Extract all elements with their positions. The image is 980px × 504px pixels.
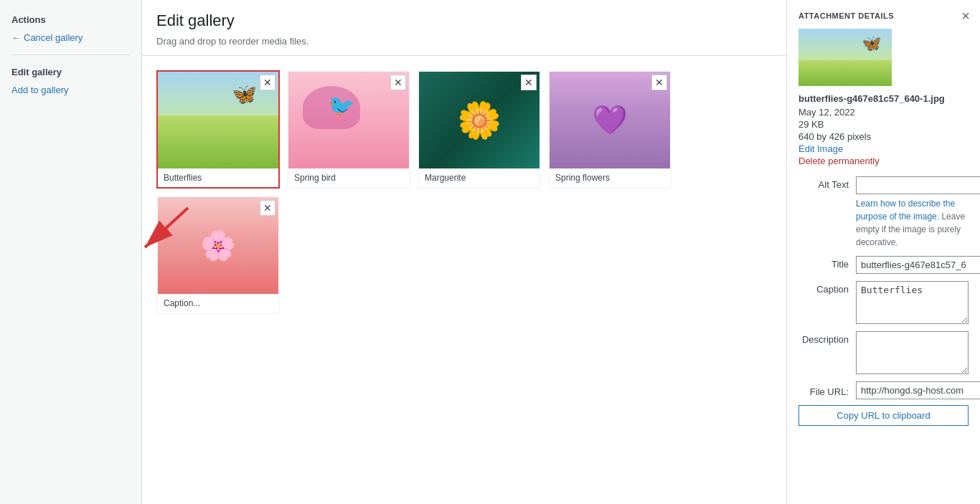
caption-row: Caption Butterflies <box>798 281 969 324</box>
last-caption-field[interactable] <box>158 294 278 313</box>
alt-text-input[interactable] <box>856 176 980 194</box>
title-row: Title <box>798 256 969 274</box>
attachment-panel: ATTACHMENT DETAILS butterflies-g467e81c5… <box>786 0 980 504</box>
gallery-item-butterflies[interactable]: ✕ <box>156 70 280 189</box>
alt-text-label: Alt Text <box>798 176 856 190</box>
attachment-size: 29 KB <box>798 119 969 130</box>
arrow-left-icon: ← <box>11 32 21 43</box>
spring-bird-caption-field[interactable] <box>288 168 409 187</box>
attachment-filename: butterflies-g467e81c57_640-1.jpg <box>798 93 969 104</box>
spring-flowers-caption-field[interactable] <box>550 168 670 187</box>
copy-url-button[interactable]: Copy URL to clipboard <box>798 405 969 426</box>
gallery-item-spring-bird[interactable]: ✕ <box>287 70 410 189</box>
remove-spring-bird-button[interactable]: ✕ <box>390 75 406 90</box>
description-label: Description <box>798 331 856 345</box>
modal-header: Edit gallery Drag and drop to reorder me… <box>142 0 786 56</box>
remove-marguerite-button[interactable]: ✕ <box>521 75 537 90</box>
sidebar-divider <box>11 54 130 55</box>
attachment-thumbnail <box>798 29 892 86</box>
close-modal-button[interactable]: × <box>961 9 970 23</box>
spring-bird-caption-input[interactable] <box>294 173 403 183</box>
gallery-item-spring-flowers[interactable]: ✕ <box>548 70 672 189</box>
cancel-gallery-label: Cancel gallery <box>24 32 83 43</box>
marguerite-caption-input[interactable] <box>425 173 534 183</box>
alt-text-row: Alt Text Learn how to describe the purpo… <box>798 176 969 249</box>
spring-flowers-caption-input[interactable] <box>555 173 664 183</box>
gallery-item-marguerite[interactable]: ✕ <box>418 70 541 189</box>
alt-text-hint: Learn how to describe the purpose of the… <box>856 197 980 249</box>
caption-textarea[interactable]: Butterflies <box>856 281 969 324</box>
remove-last-button[interactable]: ✕ <box>260 200 275 216</box>
drag-hint: Drag and drop to reorder media files. <box>156 36 772 47</box>
attachment-date: May 12, 2022 <box>798 107 969 118</box>
attachment-dimensions: 640 by 426 pixels <box>798 131 969 142</box>
modal-title: Edit gallery <box>156 11 772 30</box>
remove-spring-flowers-button[interactable]: ✕ <box>651 75 667 90</box>
main-content: Edit gallery Drag and drop to reorder me… <box>142 0 786 504</box>
butterflies-caption-input[interactable] <box>164 173 273 183</box>
edit-gallery-sidebar-label: Edit gallery <box>11 67 130 77</box>
add-to-gallery-link[interactable]: Add to gallery <box>11 85 130 95</box>
edit-image-link[interactable]: Edit Image <box>798 143 969 154</box>
last-caption-input[interactable] <box>164 298 273 308</box>
gallery-grid-area: ✕ ✕ <box>142 56 786 504</box>
title-label: Title <box>798 256 856 270</box>
title-input[interactable] <box>856 256 980 274</box>
description-row: Description <box>798 331 969 374</box>
gallery-grid: ✕ ✕ <box>156 70 772 314</box>
edit-gallery-modal: × Actions ← Cancel gallery Edit gallery … <box>0 0 980 504</box>
cancel-gallery-link[interactable]: ← Cancel gallery <box>11 32 130 43</box>
marguerite-caption-field[interactable] <box>419 168 540 187</box>
delete-permanently-link[interactable]: Delete permanently <box>798 156 969 166</box>
attachment-panel-title: ATTACHMENT DETAILS <box>798 11 969 20</box>
gallery-item-last[interactable]: ✕ <box>156 196 280 314</box>
sidebar: Actions ← Cancel gallery Edit gallery Ad… <box>0 0 142 504</box>
description-textarea[interactable] <box>856 331 969 374</box>
file-url-input[interactable] <box>856 381 980 399</box>
remove-butterflies-button[interactable]: ✕ <box>260 75 275 90</box>
actions-label: Actions <box>11 14 130 25</box>
file-url-label: File URL: <box>798 384 856 397</box>
butterflies-caption-field[interactable] <box>158 168 278 187</box>
file-url-row: File URL: <box>798 381 969 399</box>
caption-label: Caption <box>798 281 856 295</box>
